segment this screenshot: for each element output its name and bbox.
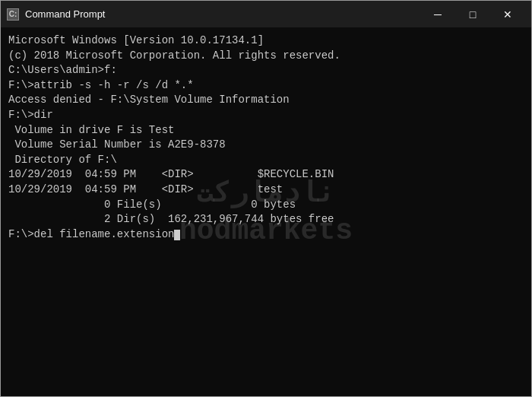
icon-label: C: [9, 10, 17, 18]
terminal-body[interactable]: نادمارکت nodmarkets Microsoft Windows [V… [1, 27, 531, 396]
terminal-line: Microsoft Windows [Version 10.0.17134.1] [8, 33, 524, 49]
terminal-line: 2 Dir(s) 162,231,967,744 bytes free [8, 212, 524, 227]
terminal-content: Microsoft Windows [Version 10.0.17134.1]… [8, 33, 524, 242]
terminal-line: Directory of F:\ [8, 153, 524, 168]
command-prompt-window: C: Command Prompt ─ □ ✕ نادمارکت nodmark… [0, 0, 532, 397]
terminal-line: Volume in drive F is Test [8, 123, 524, 138]
window-controls: ─ □ ✕ [420, 1, 525, 27]
close-button[interactable]: ✕ [490, 1, 525, 27]
terminal-line: 0 File(s) 0 bytes [8, 198, 524, 213]
terminal-line: (c) 2018 Microsoft Corporation. All righ… [8, 49, 524, 64]
terminal-line: 10/29/2019 04:59 PM <DIR> test [8, 183, 524, 198]
app-icon: C: [7, 8, 19, 21]
terminal-line: 10/29/2019 04:59 PM <DIR> $RECYCLE.BIN [8, 167, 524, 183]
terminal-line: Volume Serial Number is A2E9-8378 [8, 138, 524, 153]
window-title: Command Prompt [25, 8, 105, 20]
minimize-button[interactable]: ─ [420, 1, 455, 27]
title-bar: C: Command Prompt ─ □ ✕ [1, 1, 531, 27]
maximize-button[interactable]: □ [455, 1, 490, 27]
terminal-line: Access denied - F:\System Volume Informa… [8, 93, 524, 108]
terminal-line: C:\Users\admin>f: [8, 63, 524, 78]
terminal-line: F:\>attrib -s -h -r /s /d *.* [8, 78, 524, 94]
title-bar-left: C: Command Prompt [7, 8, 105, 21]
cursor-blink [174, 230, 180, 240]
terminal-line: F:\>del filename.extension [8, 227, 524, 243]
terminal-line: F:\>dir [8, 108, 524, 123]
